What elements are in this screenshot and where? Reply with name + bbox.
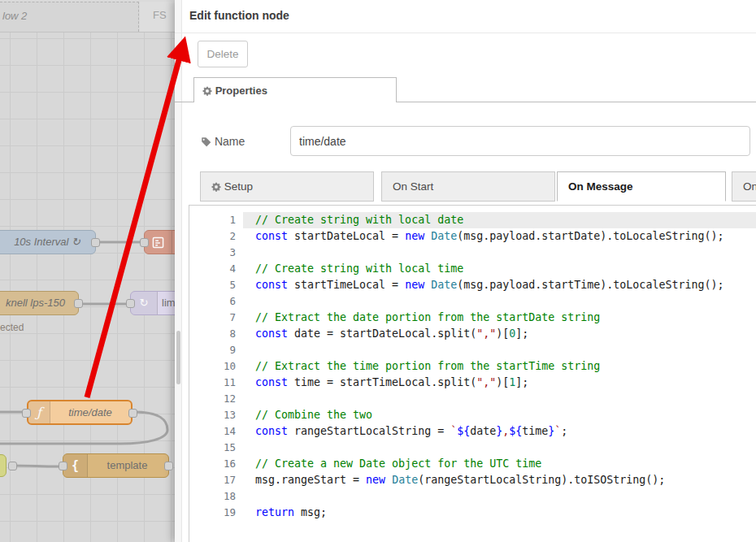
node-label: 10s Interval ↻ <box>14 236 80 248</box>
node-label: lim <box>162 297 175 309</box>
workspace-grid: 10s Interval ↻ knell lps-150 ected ↻ lim <box>0 33 175 542</box>
flow-tab-label: low 2 <box>2 10 27 22</box>
code-line: 8const date = startDateLocal.split(",")[… <box>189 326 756 342</box>
flow-tab-fs-label: FS <box>153 9 167 21</box>
edit-function-node-dialog: Edit function node Delete Properties Nam… <box>175 0 756 542</box>
code-line: 17msg.rangeStart = new Date(rangeStartLo… <box>189 472 756 488</box>
dialog-title: Edit function node <box>189 9 289 22</box>
scrollbar-thumb[interactable] <box>176 331 180 384</box>
flow-tab-flow2: low 2 <box>0 2 139 32</box>
line-number: 15 <box>189 440 255 456</box>
line-number: 10 <box>189 358 255 375</box>
code-line: 18 <box>189 488 756 505</box>
tab-on-start-label: On Start <box>393 180 433 193</box>
code-line: 2const startDateLocal = new Date(msg.pay… <box>189 228 756 245</box>
code-editor[interactable]: 1// Create string with local date2const … <box>189 205 756 542</box>
line-number: 13 <box>189 407 255 423</box>
line-number: 16 <box>189 456 255 472</box>
name-input[interactable] <box>290 126 750 156</box>
flow-tab-fs: FS <box>140 2 175 32</box>
code-line: 19return msg; <box>189 505 756 521</box>
tab-on-stop-label: On Stop <box>743 180 756 193</box>
flow-tabbar: low 2 FS <box>0 0 175 33</box>
node-template: { template <box>63 453 169 478</box>
code-line: 1// Create string with local date <box>189 212 756 228</box>
name-label: Name <box>201 135 245 150</box>
line-number: 12 <box>189 391 255 407</box>
node-knell-lps-150: knell lps-150 <box>0 291 79 315</box>
node-input-port <box>126 299 135 308</box>
node-delay-limit: ↻ lim <box>130 291 175 315</box>
node-output-port <box>8 462 17 470</box>
node-ui <box>144 230 175 254</box>
tab-setup[interactable]: Setup <box>200 171 374 202</box>
line-number: 4 <box>189 261 255 277</box>
node-label: template <box>107 459 148 471</box>
line-number: 3 <box>189 245 255 261</box>
code-line: 9 <box>189 342 756 358</box>
line-number: 14 <box>189 423 255 440</box>
code-line: 16// Create a new Date object for the UT… <box>189 456 756 472</box>
code-line: 14const rangeStartLocalString = `${date}… <box>189 423 756 440</box>
line-number: 11 <box>189 375 255 391</box>
code-line: 12 <box>189 391 756 407</box>
function-icon: ƒ <box>28 401 50 423</box>
node-inject-10s-interval: 10s Interval ↻ <box>0 230 96 254</box>
tab-on-start[interactable]: On Start <box>381 171 555 202</box>
node-label: knell lps-150 <box>6 297 65 309</box>
node-function-time-date: ƒ time/date <box>27 400 133 425</box>
gear-icon <box>211 174 221 202</box>
line-number: 19 <box>189 505 255 521</box>
line-number: 5 <box>189 277 255 293</box>
node-input-port <box>140 238 149 247</box>
line-number: 6 <box>189 293 255 310</box>
tray-scrollbar[interactable] <box>175 0 182 542</box>
wire <box>13 466 59 466</box>
line-number: 7 <box>189 310 255 326</box>
line-number: 2 <box>189 228 255 245</box>
name-label-text: Name <box>215 135 245 148</box>
code-line: 7// Extract the date portion from the st… <box>189 310 756 326</box>
code-line: 10// Extract the time portion from the s… <box>189 358 756 375</box>
line-number: 1 <box>189 212 255 228</box>
code-line: 3 <box>189 245 756 261</box>
delete-button[interactable]: Delete <box>198 41 248 67</box>
code-line: 11const time = startTimeLocal.split(",")… <box>189 375 756 391</box>
node-output-port <box>74 299 83 308</box>
node-output-port <box>128 409 137 418</box>
tag-icon <box>201 137 211 150</box>
template-panel-icon <box>145 231 172 254</box>
line-number: 9 <box>189 342 255 358</box>
flow-canvas: low 2 FS 10s Interval ↻ <box>0 0 175 542</box>
node-label: time/date <box>68 406 111 418</box>
line-number: 17 <box>189 472 255 488</box>
node-output-port <box>164 462 173 470</box>
tab-on-message-label: On Message <box>568 180 633 193</box>
code-line: 5const startTimeLocal = new Date(msg.pay… <box>189 277 756 293</box>
tab-setup-label: Setup <box>224 180 253 193</box>
node-output-port <box>91 238 100 247</box>
gear-icon <box>202 86 212 98</box>
node-status-text: ected <box>0 322 24 333</box>
node-input-port <box>22 409 31 418</box>
header-divider <box>175 33 756 33</box>
tab-on-stop[interactable]: On Stop <box>732 171 756 202</box>
tab-on-message[interactable]: On Message <box>557 171 726 202</box>
line-number: 8 <box>189 326 255 342</box>
code-line: 4// Create string with local time <box>189 261 756 277</box>
node-input-port <box>59 462 67 470</box>
node-partial <box>0 454 7 477</box>
line-number: 18 <box>189 488 255 505</box>
code-lines[interactable]: 1// Create string with local date2const … <box>189 212 756 521</box>
tab-properties[interactable]: Properties <box>193 77 397 102</box>
code-line: 6 <box>189 293 756 310</box>
tab-properties-label: Properties <box>215 85 267 97</box>
code-line: 13// Combine the two <box>189 407 756 423</box>
code-line: 15 <box>189 440 756 456</box>
